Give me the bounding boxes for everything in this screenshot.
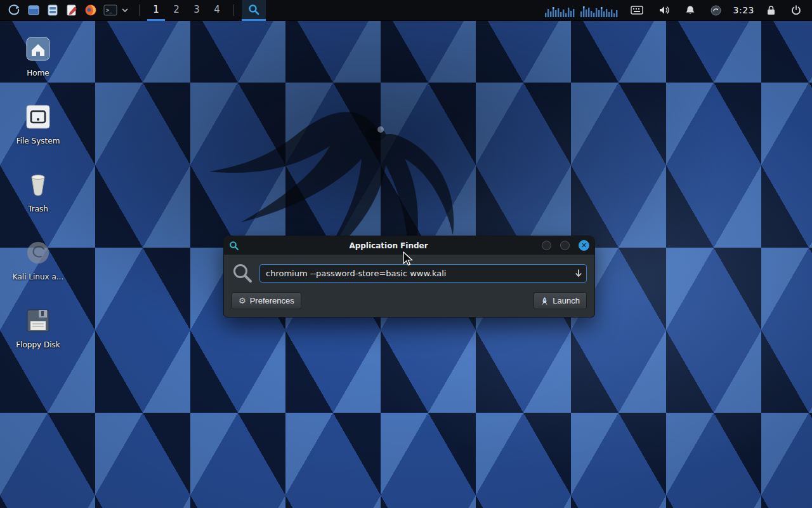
mouse-cursor [402,251,416,267]
panel-separator [139,4,140,16]
chevron-down-icon [122,8,128,12]
logout-button[interactable] [788,0,804,21]
launch-icon [540,297,549,305]
taskbar-application-finder[interactable] [242,0,266,21]
app-finder-window-icon [229,241,239,251]
application-finder-window: Application Finder ✕ ⚙ Preferences [223,236,595,318]
workspace-2[interactable]: 2 [167,0,185,21]
file-cabinet-launcher[interactable] [43,0,62,21]
notifications[interactable] [682,0,698,21]
launch-button[interactable]: Launch [534,292,587,309]
close-button[interactable]: ✕ [579,240,589,251]
svg-text:>_: >_ [106,8,112,13]
window-icon [27,4,40,17]
desktop-icon-file-system[interactable]: File System [8,104,69,145]
firefox-launcher[interactable] [81,0,100,21]
updates-indicator[interactable] [707,0,724,21]
combobox-arrow-icon[interactable] [574,269,583,277]
maximize-button[interactable] [560,241,570,250]
top-panel: >_ 1 2 3 4 [0,0,812,21]
desktop-icon-label: Kali Linux a... [8,272,69,281]
terminal-dropdown-chevron[interactable] [122,0,131,21]
desktop-icon-kali-linux[interactable]: Kali Linux a... [8,239,69,281]
minimize-button[interactable] [542,241,551,250]
terminal-launcher[interactable]: >_ [100,0,121,21]
file-system-icon [25,104,51,130]
desktop-icon-label: Home [8,69,69,77]
firefox-icon [84,4,97,17]
panel-separator [233,4,234,16]
volume-control[interactable] [655,0,673,21]
kali-logo-icon [7,3,21,17]
workspace-switcher: 1 2 3 4 [147,0,226,21]
desktop-icon-home[interactable]: Home [8,36,69,77]
terminal-icon: >_ [103,4,117,17]
workspace-3[interactable]: 3 [188,0,206,21]
file-manager-launcher[interactable] [24,0,43,21]
lock-icon [766,5,776,15]
kali-menu-button[interactable] [4,0,24,21]
command-combobox [259,264,587,283]
trash-icon [25,171,51,198]
desktop-icon-label: Trash [8,204,69,213]
bell-icon [685,5,695,15]
search-icon [248,4,259,15]
desktop-icon-label: Floppy Disk [8,340,69,349]
workspace-1[interactable]: 1 [147,0,165,21]
window-title: Application Finder [244,241,533,250]
audio-spectrum-visualizer [545,3,620,17]
gear-icon: ⚙ [239,297,246,305]
preferences-label: Preferences [250,296,294,305]
system-tray: 3:23 [627,0,804,21]
panel-clock[interactable]: 3:23 [733,5,754,15]
floppy-icon [25,307,51,334]
update-orb-icon [710,5,721,16]
desktop-icon-label: File System [8,137,69,145]
command-input[interactable] [259,264,587,283]
launch-label: Launch [553,296,580,305]
speaker-icon [658,5,670,15]
power-icon [791,5,801,15]
desktop-icon-floppy-disk[interactable]: Floppy Disk [8,307,69,349]
screen-lock-button[interactable] [763,0,779,21]
keyboard-icon [631,6,643,15]
drawer-icon [46,4,59,17]
search-icon-large [232,262,253,284]
home-icon [25,36,51,62]
desktop-icon-trash[interactable]: Trash [8,171,69,213]
workspace-4[interactable]: 4 [208,0,226,21]
document-edit-icon [65,4,78,17]
text-editor-launcher[interactable] [62,0,81,21]
kali-circle-icon [25,239,51,266]
preferences-button[interactable]: ⚙ Preferences [232,292,301,309]
keyboard-layout-indicator[interactable] [627,0,646,21]
